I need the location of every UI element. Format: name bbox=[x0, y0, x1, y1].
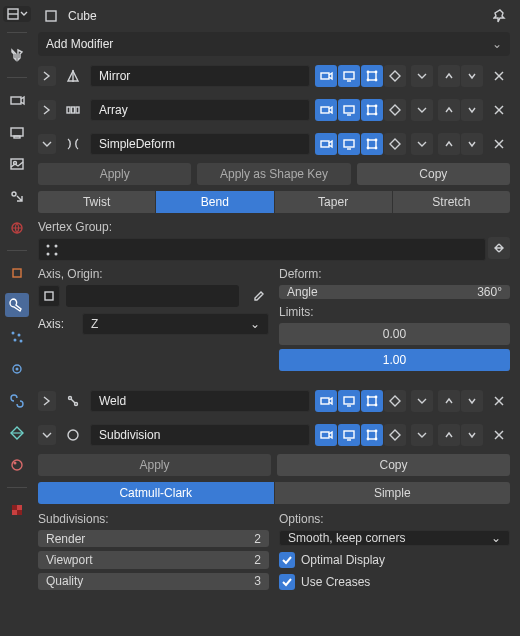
delete-modifier[interactable] bbox=[488, 65, 510, 87]
apply-button[interactable]: Apply bbox=[38, 454, 271, 476]
tab-physics[interactable] bbox=[5, 357, 29, 381]
type-catmull-clark[interactable]: Catmull-Clark bbox=[38, 482, 274, 504]
extra-options[interactable] bbox=[411, 99, 433, 121]
cage-toggle[interactable] bbox=[384, 133, 406, 155]
mirror-icon bbox=[61, 64, 85, 88]
axis-select[interactable]: Z ⌄ bbox=[82, 313, 269, 335]
move-down[interactable] bbox=[461, 99, 483, 121]
origin-object[interactable] bbox=[38, 285, 60, 307]
limit-high[interactable]: 1.00 bbox=[279, 349, 510, 371]
extra-options[interactable] bbox=[411, 390, 433, 412]
add-modifier-dropdown[interactable]: Add Modifier ⌄ bbox=[38, 32, 510, 56]
svg-point-11 bbox=[18, 334, 21, 337]
use-creases-checkbox[interactable]: Use Creases bbox=[279, 574, 510, 590]
extra-options[interactable] bbox=[411, 424, 433, 446]
modifier-name-input[interactable]: Subdivision bbox=[90, 424, 310, 446]
move-up[interactable] bbox=[438, 133, 460, 155]
modifier-name-input[interactable]: Weld bbox=[90, 390, 310, 412]
modifier-name-input[interactable]: Array bbox=[90, 99, 310, 121]
tab-material[interactable] bbox=[5, 453, 29, 477]
type-simple[interactable]: Simple bbox=[275, 482, 511, 504]
modifier-name-input[interactable]: Mirror bbox=[90, 65, 310, 87]
mode-stretch[interactable]: Stretch bbox=[393, 191, 510, 213]
expand-toggle[interactable] bbox=[38, 66, 56, 86]
viewport-toggle[interactable] bbox=[338, 390, 360, 412]
tab-particles[interactable] bbox=[5, 325, 29, 349]
tab-texture[interactable] bbox=[5, 498, 29, 522]
cage-toggle[interactable] bbox=[384, 99, 406, 121]
tab-render[interactable] bbox=[5, 88, 29, 112]
viewport-toggle[interactable] bbox=[338, 99, 360, 121]
delete-modifier[interactable] bbox=[488, 133, 510, 155]
vertex-group-select[interactable] bbox=[38, 238, 486, 261]
copy-button[interactable]: Copy bbox=[277, 454, 510, 476]
render-toggle[interactable] bbox=[315, 99, 337, 121]
deform-label: Deform: bbox=[279, 267, 510, 281]
move-down[interactable] bbox=[461, 390, 483, 412]
editmode-toggle[interactable] bbox=[361, 424, 383, 446]
origin-object-field[interactable] bbox=[66, 285, 239, 307]
viewport-toggle[interactable] bbox=[338, 424, 360, 446]
vertex-group-invert[interactable] bbox=[488, 237, 510, 259]
extra-options[interactable] bbox=[411, 65, 433, 87]
tab-output[interactable] bbox=[5, 120, 29, 144]
subsurf-icon bbox=[61, 423, 85, 447]
tab-modifiers[interactable] bbox=[5, 293, 29, 317]
eyedropper-icon[interactable] bbox=[245, 285, 269, 307]
expand-toggle[interactable] bbox=[38, 391, 56, 411]
apply-shape-button[interactable]: Apply as Shape Key bbox=[197, 163, 350, 185]
cage-toggle[interactable] bbox=[384, 65, 406, 87]
optimal-display-checkbox[interactable]: Optimal Display bbox=[279, 552, 510, 568]
extra-options[interactable] bbox=[411, 133, 433, 155]
pin-icon[interactable] bbox=[490, 6, 510, 26]
collapse-toggle[interactable] bbox=[38, 134, 56, 154]
editmode-toggle[interactable] bbox=[361, 65, 383, 87]
modifier-name-input[interactable]: SimpleDeform bbox=[90, 133, 310, 155]
tab-tool[interactable] bbox=[5, 43, 29, 67]
tab-scene[interactable] bbox=[5, 184, 29, 208]
angle-field[interactable]: Angle 360° bbox=[279, 285, 510, 299]
editmode-toggle[interactable] bbox=[361, 133, 383, 155]
move-up[interactable] bbox=[438, 424, 460, 446]
delete-modifier[interactable] bbox=[488, 424, 510, 446]
move-down[interactable] bbox=[461, 424, 483, 446]
svg-rect-3 bbox=[11, 128, 23, 136]
render-toggle[interactable] bbox=[315, 424, 337, 446]
delete-modifier[interactable] bbox=[488, 99, 510, 121]
move-up[interactable] bbox=[438, 390, 460, 412]
quality-field[interactable]: Quality3 bbox=[38, 573, 269, 590]
move-up[interactable] bbox=[438, 65, 460, 87]
chevron-down-icon: ⌄ bbox=[250, 317, 260, 331]
viewport-toggle[interactable] bbox=[338, 65, 360, 87]
viewport-toggle[interactable] bbox=[338, 133, 360, 155]
mode-taper[interactable]: Taper bbox=[275, 191, 392, 213]
tab-object[interactable] bbox=[5, 261, 29, 285]
viewport-levels[interactable]: Viewport2 bbox=[38, 551, 269, 568]
render-toggle[interactable] bbox=[315, 65, 337, 87]
expand-toggle[interactable] bbox=[38, 100, 56, 120]
tab-view-layer[interactable] bbox=[5, 152, 29, 176]
cage-toggle[interactable] bbox=[384, 424, 406, 446]
tab-constraints[interactable] bbox=[5, 389, 29, 413]
copy-button[interactable]: Copy bbox=[357, 163, 510, 185]
uv-smooth-select[interactable]: Smooth, keep corners ⌄ bbox=[279, 530, 510, 546]
move-up[interactable] bbox=[438, 99, 460, 121]
editmode-toggle[interactable] bbox=[361, 390, 383, 412]
cage-toggle[interactable] bbox=[384, 390, 406, 412]
collapse-toggle[interactable] bbox=[38, 425, 56, 445]
tab-world[interactable] bbox=[5, 216, 29, 240]
editmode-toggle[interactable] bbox=[361, 99, 383, 121]
limit-low[interactable]: 0.00 bbox=[279, 323, 510, 345]
chevron-down-icon: ⌄ bbox=[492, 37, 502, 51]
mode-twist[interactable]: Twist bbox=[38, 191, 155, 213]
move-down[interactable] bbox=[461, 133, 483, 155]
render-levels[interactable]: Render2 bbox=[38, 530, 269, 547]
mode-bend[interactable]: Bend bbox=[156, 191, 273, 213]
editor-type-dropdown[interactable] bbox=[3, 6, 31, 22]
render-toggle[interactable] bbox=[315, 133, 337, 155]
delete-modifier[interactable] bbox=[488, 390, 510, 412]
apply-button[interactable]: Apply bbox=[38, 163, 191, 185]
render-toggle[interactable] bbox=[315, 390, 337, 412]
tab-data[interactable] bbox=[5, 421, 29, 445]
move-down[interactable] bbox=[461, 65, 483, 87]
